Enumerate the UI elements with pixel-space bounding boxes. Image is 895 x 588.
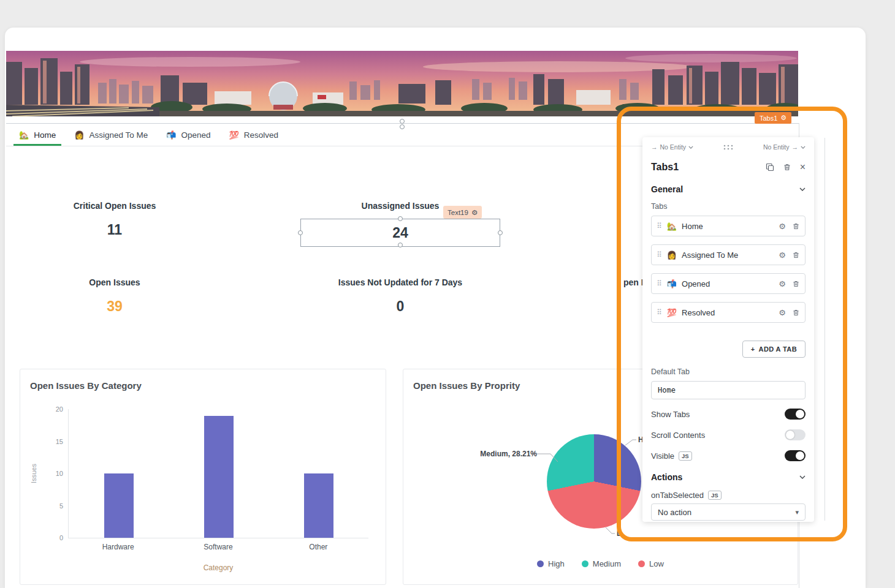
canvas-tab[interactable]: 💯 Resolved bbox=[220, 124, 288, 146]
drag-handle-icon[interactable]: ⠿ bbox=[657, 308, 662, 317]
gear-icon[interactable]: ⚙ bbox=[779, 222, 786, 231]
drag-handle-icon[interactable]: ⠿ bbox=[657, 279, 662, 288]
drag-handle-icon[interactable]: ⠿ bbox=[657, 222, 662, 230]
y-tick-label: 10 bbox=[56, 470, 63, 477]
chevron-down-icon bbox=[688, 146, 693, 149]
bar-chart-card: Open Issues By Category Issues 05101520 … bbox=[20, 369, 386, 585]
resize-handle[interactable] bbox=[498, 230, 503, 235]
trash-icon[interactable] bbox=[792, 251, 800, 259]
banner-image bbox=[6, 51, 798, 116]
bar bbox=[204, 416, 234, 538]
tab-icon: 🏡 bbox=[19, 130, 29, 140]
action-select-value: No action bbox=[658, 508, 691, 517]
trash-icon[interactable] bbox=[792, 309, 800, 317]
legend-dot bbox=[638, 560, 645, 567]
canvas-tab[interactable]: 🏡 Home bbox=[10, 124, 65, 146]
legend-item: Medium bbox=[582, 559, 621, 568]
panel-tab-row[interactable]: ⠿ 📬 Opened ⚙ bbox=[651, 273, 806, 294]
outgoing-entities[interactable]: No Entity → bbox=[763, 143, 806, 151]
tab-icon: 💯 bbox=[667, 308, 677, 317]
drag-handle-icon[interactable]: ⠿ bbox=[657, 251, 662, 259]
bar-column bbox=[101, 409, 137, 538]
panel-tab-row[interactable]: ⠿ 👩 Assigned To Me ⚙ bbox=[651, 244, 806, 265]
chevron-down-icon bbox=[799, 187, 806, 191]
gear-icon[interactable]: ⚙ bbox=[779, 251, 786, 260]
add-a-tab-button[interactable]: + ADD A TAB bbox=[742, 341, 806, 358]
chart-title: Open Issues By Category bbox=[30, 380, 142, 391]
stat-value: 0 bbox=[290, 297, 511, 315]
visible-toggle[interactable] bbox=[785, 450, 806, 461]
tab-label: Resolved bbox=[244, 130, 278, 140]
section-general[interactable]: General bbox=[651, 183, 806, 196]
bar-plot: 05101520 bbox=[68, 409, 368, 538]
bar-column bbox=[200, 409, 237, 538]
visible-row: Visible JS bbox=[651, 450, 806, 462]
entity-grid-icon bbox=[723, 145, 733, 150]
widget-badge-label: Tabs1 bbox=[760, 115, 777, 122]
trash-icon[interactable] bbox=[783, 163, 791, 172]
arrow-right-icon: → bbox=[792, 143, 799, 151]
tab-icon: 👩 bbox=[667, 251, 677, 260]
legend-label: Medium bbox=[593, 559, 621, 568]
pie-label-low-fragment: L bbox=[617, 529, 621, 538]
tab-label: Opened bbox=[682, 279, 774, 288]
outgoing-entity-label: No Entity bbox=[763, 143, 790, 151]
default-tab-input[interactable]: Home bbox=[651, 381, 806, 399]
widget-name-badge[interactable]: Tabs1 ⚙ bbox=[755, 112, 791, 124]
gear-icon[interactable]: ⚙ bbox=[780, 114, 786, 122]
tab-label: Resolved bbox=[682, 308, 774, 317]
canvas-tab[interactable]: 👩 Assigned To Me bbox=[65, 124, 157, 146]
tab-icon: 👩 bbox=[74, 130, 84, 140]
tab-label: Home bbox=[34, 130, 56, 140]
y-axis-title: Issues bbox=[30, 464, 37, 483]
y-tick-label: 15 bbox=[56, 438, 63, 445]
y-tick-label: 20 bbox=[56, 405, 63, 413]
bar-xlabels: HardwareSoftwareOther bbox=[68, 543, 368, 551]
selected-widget-badge[interactable]: Text19 ⚙ bbox=[443, 206, 482, 219]
close-icon[interactable]: × bbox=[800, 162, 806, 172]
selection-badge-label: Text19 bbox=[448, 209, 468, 216]
stat-label: Critical Open Issues bbox=[4, 201, 225, 211]
js-toggle-badge[interactable]: JS bbox=[708, 491, 722, 500]
stat-label: Issues Not Updated for 7 Days bbox=[290, 277, 511, 287]
scroll-contents-toggle[interactable] bbox=[785, 429, 806, 440]
x-tick-label: Hardware bbox=[97, 543, 140, 551]
on-tab-selected-label: onTabSelected bbox=[651, 491, 704, 500]
stat-critical-open-issues: Critical Open Issues 11 bbox=[4, 201, 225, 239]
show-tabs-toggle[interactable] bbox=[785, 409, 806, 420]
copy-icon[interactable] bbox=[766, 163, 774, 172]
outer-edge-line bbox=[825, 138, 825, 521]
stat-label: Open Issues bbox=[4, 277, 225, 287]
panel-tabs-list: ⠿ 🏡 Home ⚙ ⠿ 👩 Assigned To Me ⚙ ⠿ 📬 Open… bbox=[651, 216, 806, 331]
arrow-right-icon: → bbox=[651, 143, 658, 151]
canvas-tab[interactable]: 📬 Opened bbox=[157, 124, 219, 146]
plus-icon: + bbox=[751, 345, 755, 353]
chevron-down-icon bbox=[801, 146, 806, 149]
default-tab-label: Default Tab bbox=[651, 368, 806, 376]
bar-cols bbox=[69, 409, 368, 538]
js-toggle-badge[interactable]: JS bbox=[679, 451, 692, 461]
gear-icon[interactable]: ⚙ bbox=[779, 279, 786, 288]
section-label: Actions bbox=[651, 472, 682, 482]
resize-handle[interactable] bbox=[298, 230, 303, 235]
show-tabs-row: Show Tabs bbox=[651, 408, 806, 420]
trash-icon[interactable] bbox=[792, 222, 800, 230]
resize-handle[interactable] bbox=[398, 243, 403, 247]
action-select[interactable]: No action ▾ bbox=[651, 503, 806, 521]
pie-legend: High Medium Low bbox=[403, 559, 798, 568]
gear-icon[interactable]: ⚙ bbox=[779, 308, 786, 317]
resize-handle[interactable] bbox=[398, 216, 403, 221]
panel-tab-row[interactable]: ⠿ 🏡 Home ⚙ bbox=[651, 216, 806, 236]
incoming-entities[interactable]: → No Entity bbox=[651, 143, 693, 151]
y-tick-label: 5 bbox=[59, 502, 63, 510]
legend-label: High bbox=[548, 559, 565, 568]
panel-tab-row[interactable]: ⠿ 💯 Resolved ⚙ bbox=[651, 302, 806, 323]
trash-icon[interactable] bbox=[792, 280, 800, 288]
pie bbox=[547, 434, 641, 529]
bar bbox=[304, 473, 333, 538]
pie-label-medium: Medium, 28.21% bbox=[480, 450, 537, 458]
section-actions[interactable]: Actions bbox=[651, 470, 806, 484]
resize-handle[interactable] bbox=[400, 119, 405, 124]
gear-icon[interactable]: ⚙ bbox=[471, 208, 478, 217]
scroll-contents-label: Scroll Contents bbox=[651, 431, 705, 440]
